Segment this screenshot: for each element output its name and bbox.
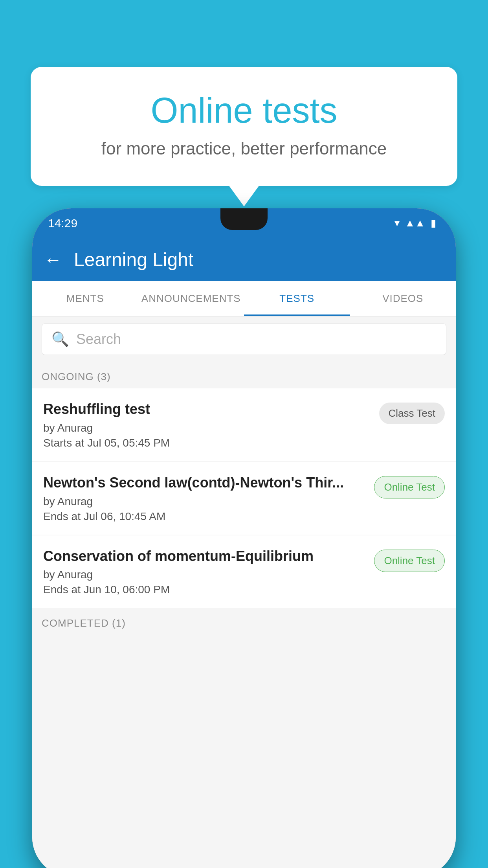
status-icons: ▾ ▲▲ ▮ (394, 217, 436, 229)
bubble-subtitle: for more practice, better performance (62, 139, 426, 158)
test-badge-class: Class Test (379, 403, 445, 424)
app-header: ← Learning Light (32, 238, 456, 281)
test-info: Conservation of momentum-Equilibrium by … (43, 547, 366, 596)
test-info: Newton's Second law(contd)-Newton's Thir… (43, 474, 366, 523)
test-name: Newton's Second law(contd)-Newton's Thir… (43, 474, 366, 492)
bubble-title: Online tests (62, 90, 426, 131)
test-author: by Anurag (43, 568, 366, 581)
search-icon: 🔍 (51, 331, 69, 348)
back-button[interactable]: ← (44, 249, 62, 270)
phone-notch (220, 208, 268, 230)
test-name: Conservation of momentum-Equilibrium (43, 547, 366, 566)
test-time: Ends at Jun 10, 06:00 PM (43, 583, 366, 596)
speech-bubble: Online tests for more practice, better p… (31, 67, 457, 186)
test-author: by Anurag (43, 422, 371, 434)
test-time: Starts at Jul 05, 05:45 PM (43, 437, 371, 449)
status-time: 14:29 (48, 217, 77, 230)
test-author: by Anurag (43, 495, 366, 508)
phone-frame: 14:29 ▾ ▲▲ ▮ ← Learning Light MENTS ANNO… (32, 208, 456, 868)
tab-ments[interactable]: MENTS (32, 281, 138, 316)
tab-tests[interactable]: TESTS (244, 281, 350, 316)
test-info: Reshuffling test by Anurag Starts at Jul… (43, 400, 371, 449)
app-title: Learning Light (74, 249, 193, 270)
signal-icon: ▲▲ (405, 217, 425, 229)
ongoing-section-header: ONGOING (3) (32, 362, 456, 388)
test-badge-online: Online Test (374, 476, 445, 498)
test-time: Ends at Jul 06, 10:45 AM (43, 510, 366, 523)
wifi-icon: ▾ (394, 217, 400, 229)
test-item[interactable]: Conservation of momentum-Equilibrium by … (32, 535, 456, 608)
tab-videos[interactable]: VIDEOS (350, 281, 456, 316)
content-area: ONGOING (3) Reshuffling test by Anurag S… (32, 362, 456, 868)
tab-announcements[interactable]: ANNOUNCEMENTS (138, 281, 244, 316)
phone-inner: 14:29 ▾ ▲▲ ▮ ← Learning Light MENTS ANNO… (32, 208, 456, 868)
completed-section-header: COMPLETED (1) (32, 609, 456, 635)
battery-icon: ▮ (431, 217, 436, 229)
test-item[interactable]: Reshuffling test by Anurag Starts at Jul… (32, 388, 456, 461)
test-item[interactable]: Newton's Second law(contd)-Newton's Thir… (32, 462, 456, 535)
tabs-bar: MENTS ANNOUNCEMENTS TESTS VIDEOS (32, 281, 456, 316)
status-bar: 14:29 ▾ ▲▲ ▮ (32, 208, 456, 238)
test-name: Reshuffling test (43, 400, 371, 419)
test-badge-online: Online Test (374, 550, 445, 572)
search-input[interactable]: Search (76, 331, 121, 348)
search-container: 🔍 Search (32, 316, 456, 362)
search-bar[interactable]: 🔍 Search (42, 324, 446, 355)
